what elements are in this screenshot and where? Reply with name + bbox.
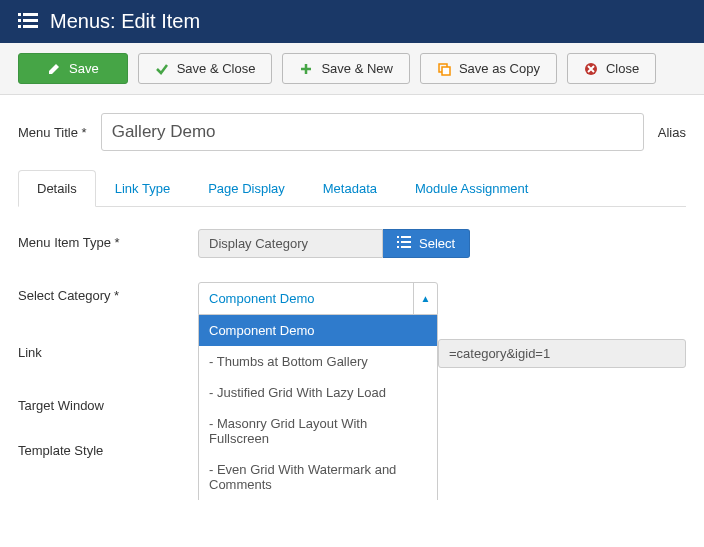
menu-lines-icon <box>18 13 38 31</box>
svg-rect-5 <box>23 25 38 28</box>
svg-rect-12 <box>401 241 411 243</box>
tab-details[interactable]: Details <box>18 170 96 207</box>
svg-rect-13 <box>397 246 399 248</box>
svg-rect-3 <box>23 19 38 22</box>
svg-rect-9 <box>397 236 399 238</box>
save-label: Save <box>69 61 99 76</box>
apply-icon <box>47 62 61 76</box>
tab-link-type[interactable]: Link Type <box>96 170 189 207</box>
chevron-up-icon: ▲ <box>413 283 437 314</box>
dropdown-option[interactable]: - Masonry Grid Layout With Fullscreen <box>199 408 437 454</box>
content-area: Menu Title * Alias Details Link Type Pag… <box>0 95 704 500</box>
link-value: =category&igid=1 <box>438 339 686 368</box>
dropdown-option[interactable]: - Thumbs at Bottom Gallery <box>199 346 437 377</box>
menu-item-type-label: Menu Item Type * <box>18 229 198 250</box>
toolbar: Save Save & Close Save & New Save as Cop… <box>0 43 704 95</box>
dropdown-option[interactable]: Component Demo <box>199 315 437 346</box>
title-row: Menu Title * Alias <box>18 113 686 151</box>
close-button[interactable]: Close <box>567 53 656 84</box>
svg-rect-0 <box>18 13 21 16</box>
save-close-button[interactable]: Save & Close <box>138 53 273 84</box>
cancel-icon <box>584 62 598 76</box>
svg-rect-4 <box>18 25 21 28</box>
category-dropdown[interactable]: Component Demo ▲ Component Demo - Thumbs… <box>198 282 438 315</box>
save-close-label: Save & Close <box>177 61 256 76</box>
tab-module-assignment[interactable]: Module Assignment <box>396 170 547 207</box>
svg-rect-1 <box>23 13 38 16</box>
plus-icon <box>299 62 313 76</box>
dropdown-option[interactable]: - Even Grid With Watermark and Comments <box>199 454 437 500</box>
menu-title-input[interactable] <box>101 113 644 151</box>
save-copy-label: Save as Copy <box>459 61 540 76</box>
dropdown-option[interactable]: - Justified Grid With Lazy Load <box>199 377 437 408</box>
row-select-category: Select Category * Component Demo ▲ Compo… <box>18 282 686 315</box>
tab-metadata[interactable]: Metadata <box>304 170 396 207</box>
svg-rect-7 <box>442 67 450 75</box>
alias-label: Alias <box>658 125 686 140</box>
template-style-label: Template Style <box>18 437 198 458</box>
dropdown-list: Component Demo - Thumbs at Bottom Galler… <box>198 315 438 500</box>
svg-rect-2 <box>18 19 21 22</box>
select-btn-label: Select <box>419 236 455 251</box>
save-new-label: Save & New <box>321 61 393 76</box>
page-title: Menus: Edit Item <box>50 10 200 33</box>
tabs: Details Link Type Page Display Metadata … <box>18 169 686 207</box>
copy-icon <box>437 62 451 76</box>
page-header: Menus: Edit Item <box>0 0 704 43</box>
close-label: Close <box>606 61 639 76</box>
menu-title-label: Menu Title * <box>18 125 87 140</box>
tab-page-display[interactable]: Page Display <box>189 170 304 207</box>
svg-rect-11 <box>397 241 399 243</box>
save-button[interactable]: Save <box>18 53 128 84</box>
svg-rect-14 <box>401 246 411 248</box>
list-icon <box>397 236 411 251</box>
select-category-label: Select Category * <box>18 282 198 303</box>
menu-item-type-value: Display Category <box>198 229 383 258</box>
check-icon <box>155 62 169 76</box>
dropdown-selected: Component Demo <box>199 283 413 314</box>
select-type-button[interactable]: Select <box>383 229 470 258</box>
dropdown-head[interactable]: Component Demo ▲ <box>198 282 438 315</box>
link-label: Link <box>18 339 198 360</box>
row-menu-item-type: Menu Item Type * Display Category Select <box>18 229 686 258</box>
save-new-button[interactable]: Save & New <box>282 53 410 84</box>
target-window-label: Target Window <box>18 392 198 413</box>
save-copy-button[interactable]: Save as Copy <box>420 53 557 84</box>
svg-rect-10 <box>401 236 411 238</box>
